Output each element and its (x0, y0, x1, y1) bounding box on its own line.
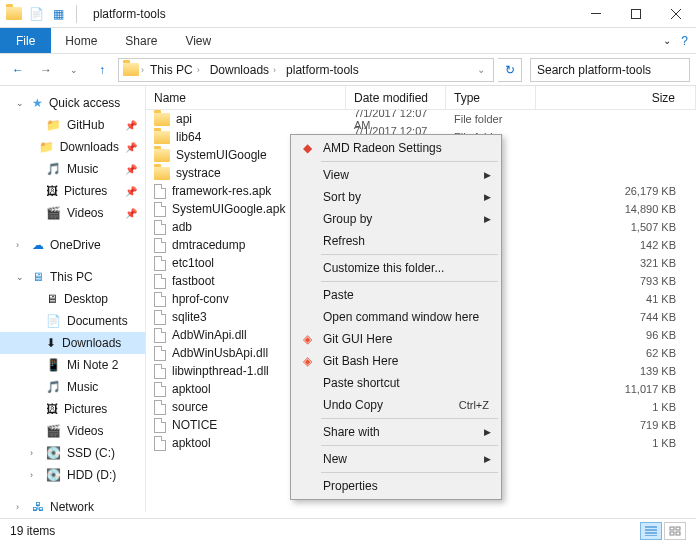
back-button[interactable]: ← (6, 58, 30, 82)
qat-props-icon[interactable]: ▦ (50, 6, 66, 22)
recent-button[interactable]: ⌄ (62, 58, 86, 82)
ctx-item[interactable]: ◆AMD Radeon Settings (293, 137, 499, 159)
ctx-item[interactable]: ◈Git GUI Here (293, 328, 499, 350)
pictures-icon: 🖼 (46, 402, 58, 416)
breadcrumb-item[interactable]: platform-tools (282, 63, 363, 77)
nav-item[interactable]: 🎵Music (0, 376, 145, 398)
breadcrumb-item[interactable]: This PC› (146, 63, 204, 77)
folder-icon (6, 6, 22, 22)
star-icon: ★ (32, 96, 43, 110)
file-icon (154, 202, 166, 217)
desktop-icon: 🖥 (46, 292, 58, 306)
ctx-item[interactable]: Customize this folder... (293, 257, 499, 279)
qat-new-icon[interactable]: 📄 (28, 6, 44, 22)
pictures-icon: 🖼 (46, 184, 58, 198)
submenu-arrow-icon: ▶ (484, 454, 491, 464)
ctx-item[interactable]: Refresh (293, 230, 499, 252)
col-type[interactable]: Type (446, 86, 536, 109)
nav-onedrive[interactable]: ›☁OneDrive (0, 234, 145, 256)
item-count: 19 items (10, 524, 55, 538)
svg-rect-5 (676, 532, 680, 535)
address-bar[interactable]: › This PC› Downloads› platform-tools ⌄ (118, 58, 494, 82)
nav-item[interactable]: 📁Downloads📌 (0, 136, 145, 158)
file-tab[interactable]: File (0, 28, 51, 53)
ctx-item[interactable]: Share with▶ (293, 421, 499, 443)
ctx-item[interactable]: Group by▶ (293, 208, 499, 230)
file-icon (154, 238, 166, 253)
svg-rect-3 (676, 527, 680, 530)
tab-view[interactable]: View (171, 28, 225, 53)
nav-item[interactable]: 🖼Pictures📌 (0, 180, 145, 202)
breadcrumb-item[interactable]: Downloads› (206, 63, 280, 77)
nav-item[interactable]: 🎬Videos📌 (0, 202, 145, 224)
nav-network[interactable]: ›🖧Network (0, 496, 145, 512)
nav-item[interactable]: 🖥Desktop (0, 288, 145, 310)
view-details-button[interactable] (640, 522, 662, 540)
tab-home[interactable]: Home (51, 28, 111, 53)
drive-icon: 💽 (46, 446, 61, 460)
ctx-item[interactable]: ◈Git Bash Here (293, 350, 499, 372)
ctx-item[interactable]: View▶ (293, 164, 499, 186)
file-icon (154, 274, 166, 289)
ctx-item[interactable]: Open command window here (293, 306, 499, 328)
minimize-button[interactable] (576, 0, 616, 28)
nav-item[interactable]: 🖼Pictures (0, 398, 145, 420)
file-icon (154, 184, 166, 199)
submenu-arrow-icon: ▶ (484, 192, 491, 202)
ctx-item[interactable]: Undo CopyCtrl+Z (293, 394, 499, 416)
window-title: platform-tools (93, 7, 166, 21)
col-date[interactable]: Date modified (346, 86, 446, 109)
ribbon-expand-icon[interactable]: ⌄ (663, 35, 671, 46)
nav-item[interactable]: 📁GitHub📌 (0, 114, 145, 136)
nav-quick-access[interactable]: ⌄★Quick access (0, 92, 145, 114)
pin-icon: 📌 (125, 186, 137, 197)
folder-icon (123, 62, 139, 78)
folder-icon (154, 149, 170, 162)
nav-item[interactable]: 🎵Music📌 (0, 158, 145, 180)
network-icon: 🖧 (32, 500, 44, 512)
nav-item[interactable]: ›💽HDD (D:) (0, 464, 145, 486)
submenu-arrow-icon: ▶ (484, 214, 491, 224)
statusbar: 19 items (0, 518, 696, 542)
up-button[interactable]: ↑ (90, 58, 114, 82)
file-icon (154, 382, 166, 397)
folder-icon (154, 131, 170, 144)
ctx-item[interactable]: Properties (293, 475, 499, 497)
ctx-item[interactable]: New▶ (293, 448, 499, 470)
pin-icon: 📌 (125, 164, 137, 175)
ctx-item[interactable]: Sort by▶ (293, 186, 499, 208)
file-icon (154, 418, 166, 433)
submenu-arrow-icon: ▶ (484, 427, 491, 437)
git-icon: ◈ (299, 331, 315, 347)
refresh-button[interactable]: ↻ (498, 58, 522, 82)
file-icon (154, 220, 166, 235)
forward-button[interactable]: → (34, 58, 58, 82)
history-dropdown-icon[interactable]: ⌄ (477, 64, 489, 75)
nav-item[interactable]: 🎬Videos (0, 420, 145, 442)
nav-item[interactable]: 📄Documents (0, 310, 145, 332)
nav-item[interactable]: 📱Mi Note 2 (0, 354, 145, 376)
amd-icon: ◆ (299, 140, 315, 156)
nav-item[interactable]: ›💽SSD (C:) (0, 442, 145, 464)
folder-icon (154, 167, 170, 180)
drive-icon: 💽 (46, 468, 61, 482)
pc-icon: 🖥 (32, 270, 44, 284)
maximize-button[interactable] (616, 0, 656, 28)
music-icon: 🎵 (46, 162, 61, 176)
col-name[interactable]: Name (146, 86, 346, 109)
folder-icon (154, 113, 170, 126)
col-size[interactable]: Size (536, 86, 696, 109)
tab-share[interactable]: Share (111, 28, 171, 53)
ctx-item: Paste shortcut (293, 372, 499, 394)
search-input[interactable]: Search platform-tools (530, 58, 690, 82)
svg-rect-2 (670, 527, 674, 530)
file-icon (154, 346, 166, 361)
help-icon[interactable]: ? (681, 34, 688, 48)
file-icon (154, 310, 166, 325)
nav-item[interactable]: ⬇Downloads (0, 332, 145, 354)
view-large-button[interactable] (664, 522, 686, 540)
nav-this-pc[interactable]: ⌄🖥This PC (0, 266, 145, 288)
svg-rect-1 (632, 9, 641, 18)
close-button[interactable] (656, 0, 696, 28)
file-icon (154, 436, 166, 451)
